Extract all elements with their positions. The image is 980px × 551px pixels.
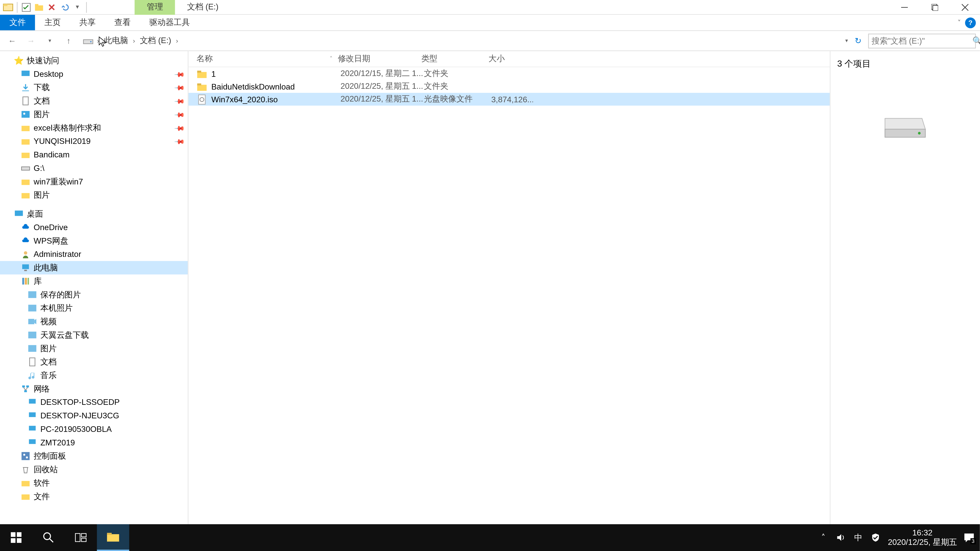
- navigation-pane[interactable]: ⭐快速访问 Desktop📌 下载📌 文档📌 图片📌 excel表格制作求和📌 …: [0, 51, 188, 536]
- nav-quick-access[interactable]: ⭐快速访问: [0, 54, 188, 67]
- cloud-icon: [20, 235, 31, 246]
- nav-recent-dropdown[interactable]: ▾: [41, 33, 58, 49]
- nav-up-button[interactable]: ↑: [60, 33, 76, 49]
- nav-excel-folder[interactable]: excel表格制作求和📌: [0, 121, 188, 135]
- nav-desktop-section[interactable]: 桌面: [0, 207, 188, 221]
- volume-icon[interactable]: [835, 532, 846, 543]
- nav-pictures-2[interactable]: 图片: [0, 188, 188, 202]
- ribbon-tab-drive-tools[interactable]: 驱动器工具: [140, 15, 199, 30]
- task-view-button[interactable]: [65, 524, 97, 551]
- nav-documents[interactable]: 文档📌: [0, 94, 188, 108]
- security-icon[interactable]: [870, 532, 881, 543]
- nav-documents-2[interactable]: 文档: [0, 355, 188, 368]
- svg-point-69: [44, 533, 50, 540]
- nav-gdrive[interactable]: G:\: [0, 162, 188, 175]
- start-button[interactable]: [0, 524, 32, 551]
- nav-network[interactable]: 网络: [0, 382, 188, 395]
- close-button[interactable]: [950, 0, 980, 14]
- file-row[interactable]: 12020/12/15, 星期二 1...文件夹: [188, 67, 830, 80]
- column-type[interactable]: 类型: [422, 53, 489, 65]
- drive-icon: [83, 35, 94, 46]
- nav-forward-button[interactable]: →: [23, 33, 39, 49]
- nav-onedrive[interactable]: OneDrive: [0, 221, 188, 234]
- quick-access-toolbar: ✕ ▼: [0, 2, 91, 13]
- qat-undo-icon[interactable]: [59, 2, 70, 13]
- svg-rect-22: [21, 193, 30, 198]
- nav-downloads[interactable]: 下载📌: [0, 81, 188, 94]
- ribbon-tab-share[interactable]: 共享: [70, 15, 105, 30]
- qat-properties-icon[interactable]: [21, 2, 32, 13]
- nav-pc1[interactable]: DESKTOP-LSSOEDP: [0, 395, 188, 409]
- nav-pictures-3[interactable]: 图片: [0, 342, 188, 355]
- music-icon: [27, 370, 38, 381]
- nav-pc2[interactable]: DESKTOP-NJEU3CG: [0, 409, 188, 422]
- nav-software[interactable]: 软件: [0, 476, 188, 490]
- nav-control-panel[interactable]: 控制面板: [0, 449, 188, 463]
- nav-back-button[interactable]: ←: [4, 33, 20, 49]
- breadcrumb-drive-e[interactable]: 文档 (E:): [138, 35, 172, 46]
- search-input[interactable]: [872, 36, 973, 45]
- nav-win7-reinstall[interactable]: win7重装win7: [0, 175, 188, 189]
- file-type: 光盘映像文件: [424, 94, 491, 105]
- nav-yunqishi[interactable]: YUNQISHI2019📌: [0, 135, 188, 148]
- nav-desktop[interactable]: Desktop📌: [0, 67, 188, 81]
- drive-preview-icon: [881, 110, 929, 137]
- qat-delete-icon[interactable]: ✕: [46, 2, 57, 13]
- breadcrumb[interactable]: › 此电脑 › 文档 (E:) ›: [80, 33, 842, 48]
- file-row[interactable]: BaiduNetdiskDownload2020/12/25, 星期五 1...…: [188, 80, 830, 93]
- file-explorer-taskbar-button[interactable]: [97, 524, 129, 551]
- chevron-right-icon[interactable]: ›: [130, 37, 137, 44]
- nav-tianyi[interactable]: 天翼云盘下载: [0, 328, 188, 342]
- column-name[interactable]: 名称˄: [197, 53, 338, 65]
- column-size[interactable]: 大小: [488, 53, 530, 65]
- ribbon-tab-view[interactable]: 查看: [105, 15, 140, 30]
- qat-dropdown-icon[interactable]: ▼: [72, 2, 83, 13]
- nav-this-pc[interactable]: 此电脑: [0, 261, 188, 275]
- nav-pc4[interactable]: ZMT2019: [0, 436, 188, 449]
- nav-videos[interactable]: 视频: [0, 315, 188, 328]
- nav-wps[interactable]: WPS网盘: [0, 234, 188, 248]
- pin-icon: 📌: [174, 122, 185, 133]
- nav-recycle-bin[interactable]: 回收站: [0, 463, 188, 476]
- taskbar-clock[interactable]: 16:32 2020/12/25, 星期五: [888, 528, 957, 547]
- search-button[interactable]: [32, 524, 65, 551]
- tray-chevron-up-icon[interactable]: ˄: [818, 532, 829, 543]
- minimize-button[interactable]: [889, 0, 919, 14]
- svg-rect-25: [22, 264, 29, 269]
- chevron-right-icon[interactable]: ›: [174, 37, 180, 44]
- desktop-icon: [14, 208, 24, 219]
- nav-local-photos[interactable]: 本机照片: [0, 301, 188, 315]
- ribbon-tab-home[interactable]: 主页: [35, 15, 70, 30]
- pin-icon: 📌: [174, 82, 185, 93]
- search-box[interactable]: 🔍: [868, 33, 976, 48]
- svg-rect-50: [21, 494, 30, 500]
- nav-bandicam[interactable]: Bandicam: [0, 148, 188, 162]
- action-center-icon[interactable]: 3: [964, 532, 974, 543]
- address-dropdown-icon[interactable]: ▾: [845, 38, 848, 44]
- context-tab-manage[interactable]: 管理: [135, 0, 175, 15]
- nav-music[interactable]: 音乐: [0, 368, 188, 382]
- file-row[interactable]: Win7x64_2020.iso2020/12/25, 星期五 1...光盘映像…: [188, 93, 830, 106]
- nav-pictures[interactable]: 图片📌: [0, 108, 188, 121]
- svg-rect-14: [23, 97, 28, 105]
- nav-library[interactable]: 库: [0, 275, 188, 288]
- column-date[interactable]: 修改日期: [338, 53, 422, 65]
- app-icon[interactable]: [3, 2, 14, 13]
- svg-rect-28: [25, 278, 27, 284]
- maximize-button[interactable]: [919, 0, 950, 14]
- preview-item-count: 3 个项目: [837, 58, 870, 70]
- refresh-button[interactable]: ↻: [851, 33, 865, 48]
- titlebar: ✕ ▼ 管理 文档 (E:): [0, 0, 980, 15]
- ribbon-tab-file[interactable]: 文件: [0, 15, 35, 30]
- help-icon[interactable]: ?: [965, 17, 976, 28]
- search-icon[interactable]: 🔍: [972, 36, 980, 45]
- sort-indicator-icon: ˄: [330, 56, 332, 62]
- ribbon-expand-icon[interactable]: ˅: [958, 19, 961, 26]
- nav-saved-pictures[interactable]: 保存的图片: [0, 288, 188, 302]
- qat-new-folder-icon[interactable]: [34, 2, 45, 13]
- nav-administrator[interactable]: Administrator: [0, 248, 188, 261]
- ime-icon[interactable]: 中: [853, 532, 864, 543]
- nav-files[interactable]: 文件: [0, 490, 188, 503]
- nav-pc3[interactable]: PC-20190530OBLA: [0, 422, 188, 436]
- file-rows[interactable]: 12020/12/15, 星期二 1...文件夹BaiduNetdiskDown…: [188, 67, 830, 536]
